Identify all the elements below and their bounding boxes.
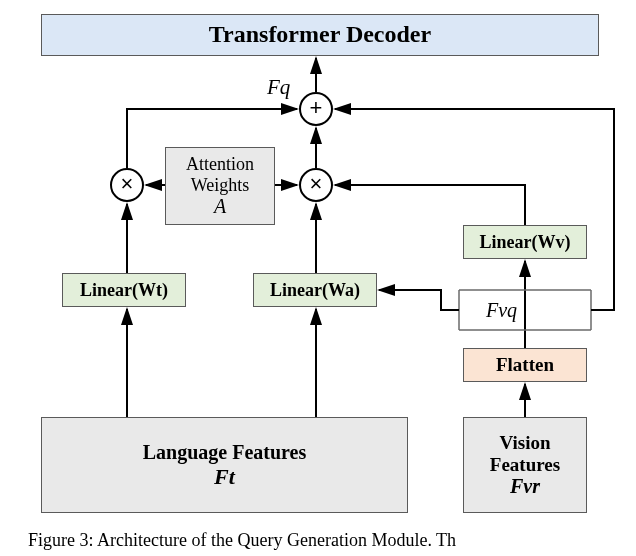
- linear-wa-box: Linear(Wa): [253, 273, 377, 307]
- transformer-decoder-label: Transformer Decoder: [209, 21, 431, 49]
- vision-features-symbol: Fvr: [510, 475, 540, 498]
- fvq-label: Fvq: [486, 299, 517, 322]
- language-features-box: Language Features Ft: [41, 417, 408, 513]
- attention-weights-line1: Attention: [186, 154, 254, 175]
- language-features-line1: Language Features: [143, 441, 307, 464]
- attention-weights-line2: Weights: [191, 175, 250, 196]
- vision-features-line2: Features: [490, 454, 560, 476]
- fq-label: Fq: [267, 75, 290, 100]
- diagram-canvas: { "decoder": { "label": "Transformer Dec…: [0, 0, 636, 556]
- linear-wv-box: Linear(Wv): [463, 225, 587, 259]
- linear-wt-label: Linear(Wt): [80, 280, 168, 301]
- vision-features-line1: Vision: [499, 432, 550, 454]
- figure-caption: Figure 3: Architecture of the Query Gene…: [28, 530, 608, 551]
- flatten-box: Flatten: [463, 348, 587, 382]
- linear-wt-box: Linear(Wt): [62, 273, 186, 307]
- multiply-right-op: ×: [299, 168, 333, 202]
- linear-wv-label: Linear(Wv): [480, 232, 571, 253]
- attention-weights-symbol: A: [214, 195, 226, 218]
- attention-weights-box: Attention Weights A: [165, 147, 275, 225]
- multiply-left-op: ×: [110, 168, 144, 202]
- linear-wa-label: Linear(Wa): [270, 280, 360, 301]
- vision-features-box: Vision Features Fvr: [463, 417, 587, 513]
- flatten-label: Flatten: [496, 354, 554, 376]
- language-features-symbol: Ft: [214, 464, 235, 489]
- transformer-decoder-box: Transformer Decoder: [41, 14, 599, 56]
- add-op: +: [299, 92, 333, 126]
